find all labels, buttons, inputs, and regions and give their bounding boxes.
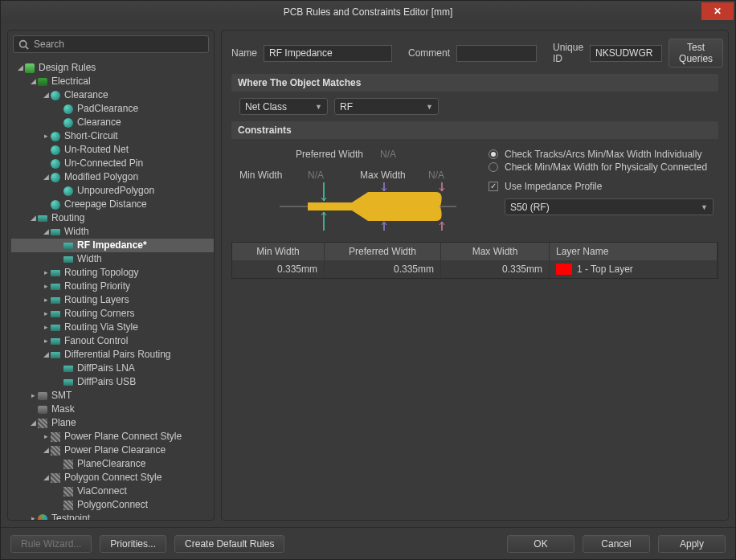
tree-node[interactable]: ▸Fanout Control bbox=[11, 334, 214, 348]
constraints-header: Constraints bbox=[231, 121, 718, 139]
scope-value-dropdown[interactable]: RF▼ bbox=[334, 98, 439, 115]
tree-label: Power Plane Clearance bbox=[64, 444, 166, 457]
th-min[interactable]: Min Width bbox=[232, 243, 325, 260]
impedance-profile-dropdown[interactable]: S50 (RF)▼ bbox=[505, 198, 714, 215]
expand-icon: ◢ bbox=[42, 225, 50, 239]
scope-dropdown[interactable]: Net Class▼ bbox=[239, 98, 328, 115]
check-physically-radio[interactable]: Check Min/Max Width for Physically Conne… bbox=[489, 161, 718, 173]
tree-node[interactable]: Width bbox=[11, 252, 214, 266]
th-pref[interactable]: Preferred Width bbox=[325, 243, 441, 260]
tree-node[interactable]: ◢Electrical bbox=[11, 75, 214, 88]
create-defaults-button[interactable]: Create Default Rules bbox=[174, 535, 284, 553]
expand-icon: ▸ bbox=[42, 129, 50, 143]
tree-node[interactable]: Creepage Distance bbox=[11, 198, 214, 211]
tree-label: RF Impedance* bbox=[77, 239, 147, 252]
radio-icon bbox=[489, 162, 498, 172]
search-placeholder: Search bbox=[34, 39, 64, 50]
priorities-button[interactable]: Priorities... bbox=[100, 535, 166, 553]
tree-node[interactable]: Mask bbox=[11, 403, 214, 416]
tree-label: PlaneClearance bbox=[77, 457, 145, 471]
expand-icon: ◢ bbox=[29, 75, 37, 88]
category-icon bbox=[37, 76, 48, 88]
tree-node[interactable]: ◢Polygon Connect Style bbox=[11, 471, 214, 484]
tree-node[interactable]: DiffPairs USB bbox=[11, 375, 214, 389]
cancel-button[interactable]: Cancel bbox=[583, 535, 650, 553]
tree-node[interactable]: ▸Routing Corners bbox=[11, 307, 214, 321]
use-impedance-checkbox[interactable]: ✓ Use Impedance Profile bbox=[489, 181, 718, 192]
tree-label: Width bbox=[77, 252, 102, 266]
rules-tree[interactable]: ◢Design Rules◢Electrical◢ClearancePadCle… bbox=[8, 58, 214, 520]
tree-node[interactable]: ◢Modified Polygon bbox=[11, 170, 214, 184]
tree-node[interactable]: ◢Routing bbox=[11, 211, 214, 225]
expand-icon: ▸ bbox=[42, 430, 50, 444]
test-queries-button[interactable]: Test Queries bbox=[669, 39, 723, 67]
tree-node[interactable]: ◢Plane bbox=[11, 416, 214, 430]
scope-net-value: RF bbox=[340, 101, 353, 112]
tree-node[interactable]: UnpouredPolygon bbox=[11, 184, 214, 198]
tree-label: Routing bbox=[51, 211, 84, 225]
tree-label: Width bbox=[64, 225, 89, 239]
category-icon bbox=[50, 336, 61, 347]
check-individually-radio[interactable]: Check Tracks/Arcs Min/Max Width Individu… bbox=[489, 149, 718, 160]
comment-input[interactable] bbox=[456, 45, 537, 62]
tree-node[interactable]: ◢Width bbox=[11, 225, 214, 239]
expand-icon: ◢ bbox=[42, 471, 50, 484]
tree-node[interactable]: ◢Differential Pairs Routing bbox=[11, 348, 214, 362]
tree-label: Un-Routed Net bbox=[64, 143, 129, 157]
layer-name: 1 - Top Layer bbox=[577, 264, 633, 275]
tree-label: Electrical bbox=[51, 75, 91, 88]
expand-icon: ▸ bbox=[42, 280, 50, 293]
chevron-down-icon: ▼ bbox=[315, 103, 322, 111]
tree-node[interactable]: ▸Short-Circuit bbox=[11, 129, 214, 143]
tree-node[interactable]: PadClearance bbox=[11, 102, 214, 116]
tree-label: Creepage Distance bbox=[64, 198, 147, 211]
min-width-label: Min Width bbox=[239, 170, 282, 181]
tree-node[interactable]: RF Impedance* bbox=[11, 239, 214, 252]
window-title: PCB Rules and Constraints Editor [mm] bbox=[1, 6, 735, 18]
tree-node[interactable]: ◢Clearance bbox=[11, 88, 214, 102]
apply-button[interactable]: Apply bbox=[658, 535, 726, 553]
table-row[interactable]: 0.335mm 0.335mm 0.335mm 1 - Top Layer bbox=[232, 260, 718, 278]
tree-node[interactable]: ◢Power Plane Clearance bbox=[11, 444, 214, 457]
expand-icon: ▸ bbox=[42, 307, 50, 321]
expand-icon: ◢ bbox=[42, 444, 50, 457]
td-max[interactable]: 0.335mm bbox=[441, 260, 550, 278]
left-panel: Search ◢Design Rules◢Electrical◢Clearanc… bbox=[7, 30, 215, 521]
td-pref[interactable]: 0.335mm bbox=[325, 260, 441, 278]
tree-node[interactable]: ▸Routing Topology bbox=[11, 266, 214, 280]
tree-label: Routing Via Style bbox=[64, 321, 138, 334]
constraint-options: Check Tracks/Arcs Min/Max Width Individu… bbox=[489, 145, 718, 235]
tree-label: Routing Corners bbox=[64, 307, 134, 321]
tree-node[interactable]: Un-Connected Pin bbox=[11, 157, 214, 170]
tree-node[interactable]: ▸Power Plane Connect Style bbox=[11, 430, 214, 444]
tree-node[interactable]: PlaneClearance bbox=[11, 457, 214, 471]
uid-input[interactable] bbox=[590, 45, 662, 62]
ok-button[interactable]: OK bbox=[507, 535, 574, 553]
uid-label: Unique ID bbox=[553, 42, 583, 64]
tree-label: PadClearance bbox=[77, 102, 138, 116]
tree-label: SMT bbox=[51, 389, 72, 403]
tree-node[interactable]: ▸Testpoint bbox=[11, 512, 214, 520]
tree-node[interactable]: Clearance bbox=[11, 116, 214, 129]
name-input[interactable] bbox=[264, 45, 392, 62]
tree-node[interactable]: ViaConnect bbox=[11, 484, 214, 498]
th-layer[interactable]: Layer Name bbox=[550, 243, 718, 260]
tree-label: Routing Priority bbox=[64, 280, 130, 293]
th-max[interactable]: Max Width bbox=[441, 243, 550, 260]
tree-node[interactable]: ◢Design Rules bbox=[11, 61, 214, 75]
rule-wizard-button[interactable]: Rule Wizard... bbox=[10, 535, 92, 553]
close-button[interactable]: ✕ bbox=[701, 2, 734, 20]
pref-width-label: Preferred Width bbox=[296, 149, 363, 160]
tree-node[interactable]: ▸Routing Layers bbox=[11, 293, 214, 307]
tree-node[interactable]: ▸SMT bbox=[11, 389, 214, 403]
tree-node[interactable]: ▸Routing Priority bbox=[11, 280, 214, 293]
td-min[interactable]: 0.335mm bbox=[232, 260, 325, 278]
category-icon bbox=[63, 363, 74, 374]
tree-node[interactable]: PolygonConnect bbox=[11, 498, 214, 512]
tree-label: DiffPairs USB bbox=[77, 375, 136, 389]
td-layer[interactable]: 1 - Top Layer bbox=[550, 260, 718, 278]
tree-node[interactable]: Un-Routed Net bbox=[11, 143, 214, 157]
tree-node[interactable]: DiffPairs LNA bbox=[11, 362, 214, 375]
search-input[interactable]: Search bbox=[13, 35, 209, 53]
tree-node[interactable]: ▸Routing Via Style bbox=[11, 321, 214, 334]
